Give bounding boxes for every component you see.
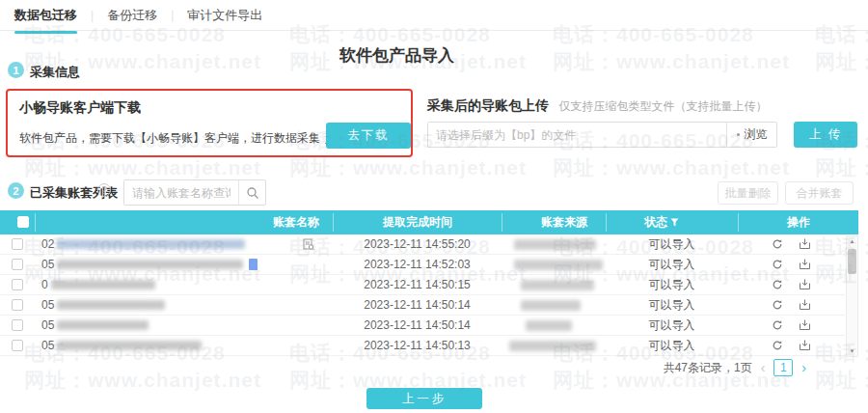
table-row: 02 2023-12-11 14:55:20 可以导入: [0, 234, 845, 255]
row-checkbox[interactable]: [12, 238, 23, 250]
row-checkbox[interactable]: [12, 319, 23, 331]
go-download-button[interactable]: 去下载: [326, 123, 411, 149]
redacted-account-name: [57, 239, 245, 249]
table-row: 05 2023-12-11 14:52:03 可以导入: [0, 255, 845, 275]
account-name-prefix: 02: [41, 237, 54, 251]
select-all-checkbox[interactable]: [17, 216, 29, 228]
row-checkbox[interactable]: [12, 299, 23, 311]
tab-backup-migration[interactable]: 备份迁移: [105, 1, 159, 30]
account-name-prefix: 05: [41, 339, 54, 352]
redacted-account-source: [526, 320, 572, 331]
scroll-down-icon[interactable]: ▼: [847, 348, 857, 354]
help-icon[interactable]: ?: [97, 183, 111, 197]
redacted-account-source: [521, 300, 581, 311]
account-name-prefix: 05: [41, 258, 54, 271]
col-header-status[interactable]: 状态: [644, 210, 679, 234]
upload-file-inputwrap: 浏览: [427, 122, 777, 148]
import-icon[interactable]: [799, 238, 811, 250]
upload-file-input[interactable]: [428, 123, 726, 147]
client-download-desc: 软件包产品，需要下载【小畅导账】客户端，进行数据采集帮助文档: [19, 130, 371, 147]
scroll-up-icon[interactable]: ▲: [847, 238, 857, 244]
file-blue-icon[interactable]: [249, 259, 258, 270]
watermark-text: 网址：www.chanjet.net: [815, 48, 868, 75]
batch-delete-button[interactable]: 批量删除: [718, 181, 778, 205]
status-cell: 可以导入: [606, 234, 738, 254]
merge-accounts-button[interactable]: 合并账套: [785, 181, 854, 205]
table-row: 05 2023-12-11 14:50:13 可以导入: [0, 336, 845, 356]
redacted-account-source: [509, 341, 596, 351]
re-extract-icon[interactable]: [772, 340, 783, 351]
import-icon[interactable]: [799, 319, 811, 331]
tab-data-package-migration[interactable]: 数据包迁移: [13, 1, 79, 30]
status-cell: 可以导入: [606, 336, 738, 355]
account-search-input[interactable]: [124, 180, 238, 205]
upload-note: 仅支持压缩包类型文件（支持批量上传）: [558, 99, 767, 113]
re-extract-icon[interactable]: [772, 238, 783, 250]
watermark-text: 网址：www.chanjet.net: [553, 154, 790, 181]
re-extract-icon[interactable]: [772, 299, 783, 311]
import-icon[interactable]: [799, 299, 811, 311]
account-name-prefix: 05: [41, 298, 54, 312]
search-button[interactable]: [238, 180, 265, 205]
table-body: 02 2023-12-11 14:55:20 可以导入: [0, 234, 845, 356]
account-search-box: [123, 179, 266, 206]
redacted-account-name: [57, 300, 165, 310]
scrollbar-thumb[interactable]: [848, 249, 856, 274]
tab-divider: |: [171, 9, 174, 22]
re-extract-icon[interactable]: [772, 279, 783, 290]
upload-card: 采集后的导账包上传 仅支持压缩包类型文件（支持批量上传） 浏览 上 传: [427, 89, 858, 156]
watermark-text: 网址：www.chanjet.net: [24, 367, 261, 394]
extract-time: 2023-12-11 14:55:20: [333, 234, 502, 254]
next-page-icon[interactable]: ›: [801, 360, 806, 375]
row-checkbox[interactable]: [12, 259, 23, 270]
dot-icon: [737, 133, 740, 136]
extract-time: 2023-12-11 14:50:14: [333, 295, 502, 315]
redacted-account-source: [514, 260, 603, 270]
import-icon[interactable]: [799, 259, 811, 270]
import-icon[interactable]: [799, 279, 811, 290]
client-download-card: 小畅导账客户端下载 软件包产品，需要下载【小畅导账】客户端，进行数据采集帮助文档…: [6, 89, 413, 157]
prev-page-icon[interactable]: ‹: [761, 360, 766, 375]
records-summary: 共47条记录，1页: [664, 360, 752, 376]
redacted-account-name: [57, 341, 202, 350]
redacted-account-source: [514, 239, 596, 250]
watermark-text: 网址：www.chanjet.net: [289, 154, 527, 181]
col-header-account-name: 账套名称: [273, 210, 319, 234]
watermark-text: 网址：www.chanjet.net: [24, 154, 261, 181]
status-cell: 可以导入: [606, 275, 738, 294]
step-2-badge: 2: [8, 182, 24, 199]
row-checkbox[interactable]: [12, 340, 23, 351]
browse-button[interactable]: 浏览: [726, 123, 776, 147]
previous-step-button[interactable]: 上一步: [366, 388, 482, 409]
client-download-desc-text: 软件包产品，需要下载【小畅导账】客户端，进行数据采集: [19, 131, 320, 145]
import-icon[interactable]: [799, 340, 811, 351]
col-header-extract-time: 提取完成时间: [383, 210, 452, 234]
table-row: 05 2023-12-11 14:50:14 可以导入: [0, 316, 845, 336]
table-row: 05 2023-12-11 14:50:14 可以导入: [0, 295, 845, 316]
status-cell: 可以导入: [606, 295, 738, 315]
doc-preview-icon[interactable]: [303, 238, 314, 251]
row-checkbox[interactable]: [12, 279, 23, 290]
account-name-prefix: 05: [41, 318, 54, 332]
filter-icon: [670, 218, 679, 227]
pagination: 共47条记录，1页 ‹ 1 ›: [664, 358, 806, 377]
col-header-operations: 操作: [787, 210, 810, 234]
redacted-account-name: [57, 260, 243, 269]
watermark-text: 网址：www.chanjet.net: [815, 367, 868, 394]
status-header-label: 状态: [644, 210, 667, 234]
re-extract-icon[interactable]: [772, 319, 783, 331]
table-row: 0 2023-12-11 14:50:15 可以导入: [0, 275, 845, 295]
step-1-title: 采集信息: [30, 64, 80, 81]
extract-time: 2023-12-11 14:50:14: [333, 316, 502, 335]
upload-button[interactable]: 上 传: [794, 122, 857, 148]
extract-time: 2023-12-11 14:52:03: [333, 255, 502, 274]
tab-divider: |: [91, 9, 94, 22]
table-header: 账套名称 提取完成时间 账套来源 状态 操作: [0, 210, 858, 234]
browse-label: 浏览: [745, 126, 768, 143]
col-header-account-source: 账套来源: [541, 210, 587, 234]
page-number-button[interactable]: 1: [773, 359, 793, 376]
tab-audit-file-export[interactable]: 审计文件导出: [185, 1, 264, 30]
table-scrollbar[interactable]: ▲ ▼: [846, 235, 858, 357]
search-icon: [246, 186, 259, 200]
re-extract-icon[interactable]: [772, 259, 783, 270]
